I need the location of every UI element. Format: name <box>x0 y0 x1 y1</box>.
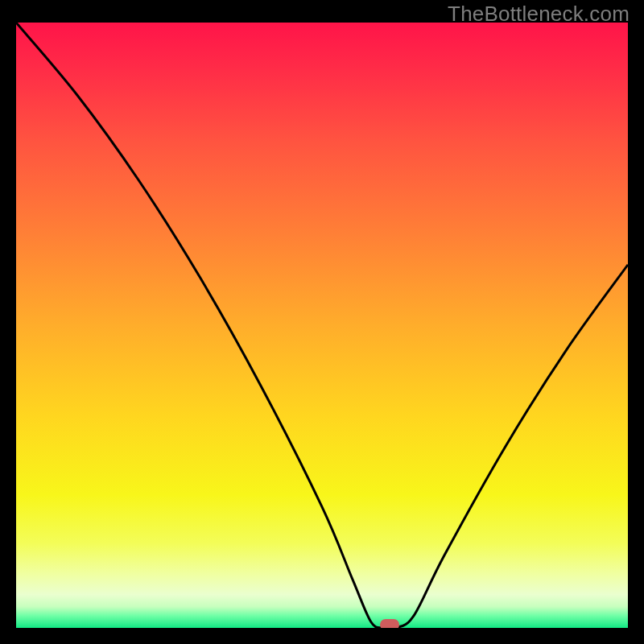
bottleneck-curve <box>16 23 628 628</box>
watermark-text: TheBottleneck.com <box>448 2 630 27</box>
optimum-marker <box>380 619 399 628</box>
curve-layer <box>16 23 628 628</box>
chart-frame: TheBottleneck.com <box>0 0 644 644</box>
plot-area <box>16 23 628 628</box>
